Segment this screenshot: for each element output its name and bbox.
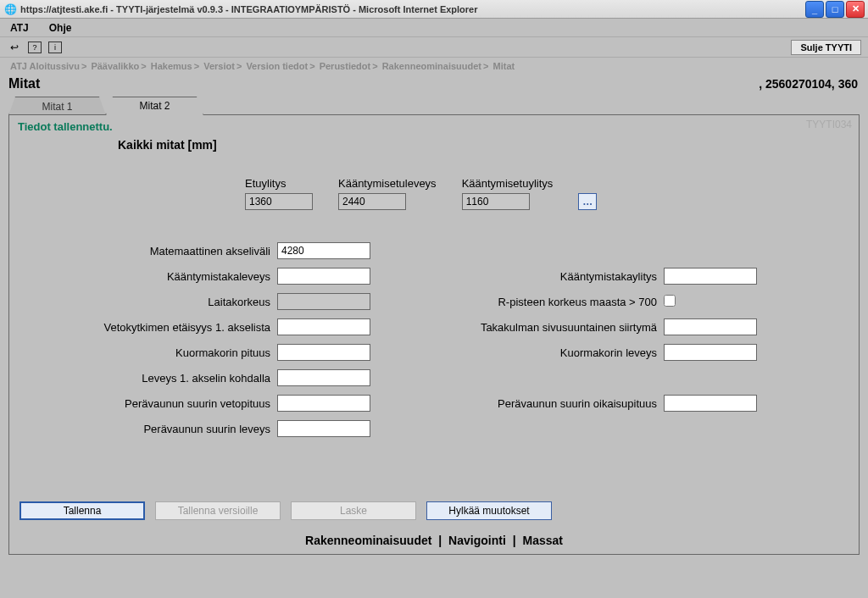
input-kaantymistakaleveys[interactable] (277, 268, 370, 285)
menubar: ATJ Ohje (0, 19, 868, 37)
input-leveys1[interactable] (277, 369, 370, 386)
input-takakulman[interactable] (664, 318, 757, 335)
bc-6[interactable]: Rakenneominaisuudet (382, 61, 481, 71)
page-id: , 2560270104, 360 (759, 77, 858, 91)
menu-ohje[interactable]: Ohje (49, 22, 72, 34)
input-etuylitys[interactable] (245, 193, 313, 210)
footer-links: Rakenneominaisuudet | Navigointi | Massa… (9, 534, 859, 547)
reject-button[interactable]: Hylkää muutokset (426, 501, 552, 520)
panel: TYYTI034 Tiedot tallennettu. Kaikki mita… (8, 114, 860, 555)
label-leveys1: Leveys 1. akselin kohdalla (33, 372, 270, 385)
label-peravaunu-oikaisu: Perävaunun suurin oikaisupituus (386, 397, 657, 410)
page-title: Mitat (8, 76, 40, 91)
label-kaantymisetuleveys: Kääntymisetuleveys (338, 177, 437, 190)
label-kuormakorin-leveys: Kuormakorin leveys (386, 346, 657, 359)
toolbar: ↩ ? i Sulje TYYTI (0, 37, 868, 58)
bc-1[interactable]: Päävalikko (91, 61, 139, 71)
minimize-button[interactable]: _ (805, 1, 824, 18)
calculate-button: Laske (291, 501, 416, 520)
label-kaantymistakaylitys: Kääntymistakaylitys (386, 270, 657, 283)
window-title: https://atjtesti.ake.fi - TYYTI-järjeste… (20, 4, 805, 14)
label-peravaunu-leveys: Perävaunun suurin leveys (33, 423, 270, 435)
more-button[interactable]: … (578, 193, 597, 210)
input-laitakorkeus (277, 293, 370, 310)
panel-code: TYYTI034 (806, 119, 852, 130)
bc-2[interactable]: Hakemus (151, 61, 192, 71)
panel-section-title: Kaikki mitat [mm] (16, 138, 852, 152)
bc-5[interactable]: Perustiedot (320, 61, 371, 71)
label-etuylitys: Etuylitys (245, 177, 313, 190)
input-kaantymistakaylitys[interactable] (664, 268, 757, 285)
bc-4[interactable]: Version tiedot (246, 61, 308, 71)
bc-0[interactable]: ATJ Aloitussivu (10, 61, 80, 71)
label-laitakorkeus: Laitakorkeus (33, 296, 270, 308)
label-kuormakorin-pituus: Kuormakorin pituus (33, 346, 270, 359)
footer-nav[interactable]: Navigointi (448, 534, 506, 547)
input-matemaattinen[interactable] (277, 242, 370, 259)
help-icon[interactable]: ? (27, 40, 42, 55)
input-kuormakorin-pituus[interactable] (277, 344, 370, 361)
close-window-button[interactable]: ✕ (846, 1, 865, 18)
breadcrumb: ATJ Aloitussivu> Päävalikko> Hakemus> Ve… (0, 58, 868, 75)
checkbox-rpiste[interactable] (664, 295, 676, 307)
footer-mas[interactable]: Massat (522, 534, 562, 547)
input-peravaunu-leveys[interactable] (277, 420, 370, 437)
info-icon[interactable]: i (47, 40, 63, 55)
status-message: Tiedot tallennettu. (16, 120, 852, 138)
footer-rak[interactable]: Rakenneominaisuudet (305, 534, 431, 547)
input-kaantymisetuleveys[interactable] (338, 193, 406, 210)
label-matemaattinen: Matemaattinen akseliväli (33, 245, 270, 257)
label-rpiste: R-pisteen korkeus maasta > 700 (386, 296, 657, 308)
input-kuormakorin-leveys[interactable] (664, 344, 757, 361)
input-kaantymisetuylitys[interactable] (462, 193, 530, 210)
label-vetokytkimen: Vetokytkimen etäisyys 1. akselista (33, 321, 270, 334)
input-peravaunu-oikaisu[interactable] (664, 395, 757, 412)
maximize-button[interactable]: □ (826, 1, 844, 18)
close-app-button[interactable]: Sulje TYYTI (791, 40, 861, 55)
input-vetokytkimen[interactable] (277, 318, 370, 335)
menu-atj[interactable]: ATJ (10, 22, 29, 34)
label-kaantymistakaleveys: Kääntymistakaleveys (33, 270, 270, 283)
save-versions-button: Tallenna versioille (155, 501, 281, 520)
bc-3[interactable]: Versiot (203, 61, 235, 71)
tab-mitat1[interactable]: Mitat 1 (8, 97, 106, 115)
input-peravaunu-veto[interactable] (277, 395, 370, 412)
label-takakulman: Takakulman sivusuuntainen siirtymä (386, 321, 657, 334)
back-icon[interactable]: ↩ (7, 40, 22, 55)
save-button[interactable]: Tallenna (19, 501, 145, 520)
bc-7: Mitat (493, 61, 515, 71)
label-peravaunu-veto: Perävaunun suurin vetopituus (33, 397, 270, 410)
window-titlebar: 🌐 https://atjtesti.ake.fi - TYYTI-järjes… (0, 0, 868, 19)
tab-mitat2[interactable]: Mitat 2 (106, 97, 203, 115)
ie-icon: 🌐 (3, 3, 17, 16)
label-kaantymisetuylitys: Kääntymisetuylitys (462, 177, 554, 190)
